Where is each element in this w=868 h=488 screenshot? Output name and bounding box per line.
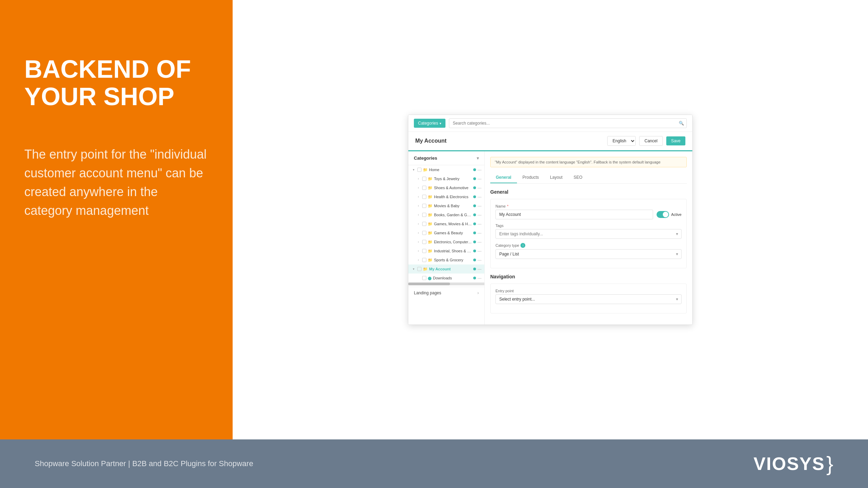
tree-item-sports[interactable]: › 📁 Sports & Grocery ···: [408, 255, 484, 264]
tree-item-home[interactable]: ▾ 📁 Home ···: [408, 165, 484, 174]
search-input-wrap: 🔍: [449, 118, 687, 128]
folder-icon: 📁: [428, 204, 433, 208]
tree-item-electronics[interactable]: › 📁 Electronics, Computers, Health & Out…: [408, 237, 484, 246]
tree-toggle-icon[interactable]: ›: [416, 203, 421, 208]
tree-item-industrial[interactable]: › 📁 Industrial, Shoes & Home ···: [408, 246, 484, 255]
tree-item-label: Toys & Jewelry: [434, 177, 472, 181]
more-icon[interactable]: ···: [477, 194, 482, 200]
logo-figure: }: [826, 452, 833, 476]
tree-checkbox[interactable]: [422, 249, 426, 253]
more-icon[interactable]: ···: [477, 167, 482, 173]
tree-item-label: Books, Garden & Grocery: [434, 213, 472, 217]
footer-logo: VIOSYS }: [753, 452, 833, 476]
folder-icon: 📁: [428, 222, 433, 226]
navigation-section-title: Navigation: [490, 274, 687, 279]
mockup-title: My Account: [415, 138, 446, 144]
category-type-select[interactable]: Page / List: [495, 249, 682, 259]
landing-pages-label: Landing pages: [414, 291, 441, 295]
landing-pages-item[interactable]: Landing pages ›: [408, 287, 484, 299]
more-icon[interactable]: ···: [477, 239, 482, 245]
tree-checkbox[interactable]: [422, 276, 426, 280]
tree-item-label: Electronics, Computers, Health & Outdoor…: [434, 240, 472, 244]
entry-point-select-wrap: Select entry point...: [495, 294, 682, 304]
folder-icon: 📁: [428, 177, 433, 181]
more-icon[interactable]: ···: [477, 266, 482, 272]
tree-checkbox[interactable]: [422, 204, 426, 208]
tree-item-movies[interactable]: › 📁 Movies & Baby ···: [408, 201, 484, 210]
tree-checkbox[interactable]: [422, 222, 426, 226]
more-icon[interactable]: ···: [477, 203, 482, 209]
more-icon[interactable]: ···: [477, 248, 482, 254]
tree-checkbox[interactable]: [422, 186, 426, 190]
save-button[interactable]: Save: [666, 136, 685, 145]
tree-checkbox[interactable]: [422, 240, 426, 244]
name-field-row: Name * Active: [495, 204, 682, 219]
tree-toggle-icon[interactable]: ▾: [411, 267, 416, 271]
tree-item-myaccount[interactable]: ▾ 📁 My Account ···: [408, 264, 484, 274]
categories-button[interactable]: Categories ▾: [414, 119, 445, 128]
tree-item-books[interactable]: › 📁 Books, Garden & Grocery ···: [408, 210, 484, 219]
tree-toggle-icon[interactable]: ›: [416, 239, 421, 244]
info-icon[interactable]: i: [520, 243, 525, 248]
more-icon[interactable]: ···: [477, 176, 482, 182]
scrollbar-thumb[interactable]: [408, 283, 450, 285]
more-icon[interactable]: ···: [477, 221, 482, 227]
tree-checkbox[interactable]: [417, 168, 422, 172]
tags-input[interactable]: [495, 229, 682, 239]
tree-checkbox[interactable]: [417, 267, 422, 271]
tree-item-health[interactable]: › 📁 Health & Electronics ···: [408, 192, 484, 201]
tree-toggle-icon[interactable]: ›: [416, 212, 421, 217]
tree-item-games-beauty[interactable]: › 📁 Games & Beauty ···: [408, 228, 484, 237]
name-input[interactable]: [495, 210, 653, 219]
tree-checkbox[interactable]: [422, 213, 426, 217]
more-icon[interactable]: ···: [477, 185, 482, 191]
tree-toggle-icon[interactable]: ›: [416, 249, 421, 253]
category-type-row: Category type i Page / List: [495, 243, 682, 259]
active-toggle[interactable]: [657, 211, 669, 218]
tree-toggle-icon[interactable]: ›: [416, 185, 421, 190]
tree-item-toys[interactable]: › 📁 Toys & Jewelry ···: [408, 174, 484, 183]
tree-item-downloads[interactable]: ⬤ Downloads ···: [408, 274, 484, 283]
tree-toggle-icon[interactable]: ›: [416, 258, 421, 262]
tree-item-label: Movies & Baby: [434, 204, 472, 208]
tree-toggle-icon[interactable]: ›: [416, 176, 421, 181]
cancel-button[interactable]: Cancel: [639, 136, 662, 146]
folder-icon: 📁: [428, 249, 433, 253]
more-icon[interactable]: ···: [477, 275, 482, 281]
tree-toggle-icon[interactable]: ▾: [411, 167, 416, 172]
footer-text: Shopware Solution Partner | B2B and B2C …: [35, 459, 253, 468]
more-icon[interactable]: ···: [477, 257, 482, 263]
tree-item-games-movies[interactable]: › 📁 Games, Movies & Home ···: [408, 219, 484, 228]
tree-checkbox[interactable]: [422, 258, 426, 262]
tab-products[interactable]: Products: [517, 172, 544, 183]
entry-point-label: Entry point: [495, 289, 682, 293]
sidebar-panel: Categories ▾ ▾ 📁 Home ···: [408, 151, 485, 325]
search-input[interactable]: [449, 118, 687, 128]
tab-layout[interactable]: Layout: [544, 172, 568, 183]
tree-toggle-icon[interactable]: ›: [416, 230, 421, 235]
language-select[interactable]: English: [607, 136, 636, 146]
scrollbar[interactable]: [408, 283, 484, 285]
general-section-title: General: [490, 189, 687, 195]
folder-icon: 📁: [423, 168, 428, 172]
tree-checkbox[interactable]: [422, 231, 426, 235]
status-dot: [473, 232, 476, 234]
navigation-form-card: Entry point Select entry point...: [490, 284, 687, 313]
status-dot: [473, 177, 476, 180]
tree-item-label: Downloads: [433, 276, 472, 280]
tree-item-label: Home: [429, 168, 472, 172]
more-icon[interactable]: ···: [477, 230, 482, 236]
status-dot: [473, 168, 476, 171]
tab-seo[interactable]: SEO: [568, 172, 588, 183]
left-panel: BACKEND OF YOUR SHOP The entry point for…: [0, 0, 233, 439]
tab-general[interactable]: General: [490, 172, 517, 183]
tree-checkbox[interactable]: [422, 177, 426, 181]
tree-toggle-icon[interactable]: ›: [416, 194, 421, 199]
entry-point-select[interactable]: Select entry point...: [495, 294, 682, 304]
tree-checkbox[interactable]: [422, 195, 426, 199]
tree-toggle-icon[interactable]: ›: [416, 221, 421, 226]
sidebar-header: Categories ▾: [408, 151, 484, 165]
folder-icon: 📁: [428, 240, 433, 244]
more-icon[interactable]: ···: [477, 212, 482, 218]
tree-item-shoes[interactable]: › 📁 Shoes & Automotive ···: [408, 183, 484, 192]
